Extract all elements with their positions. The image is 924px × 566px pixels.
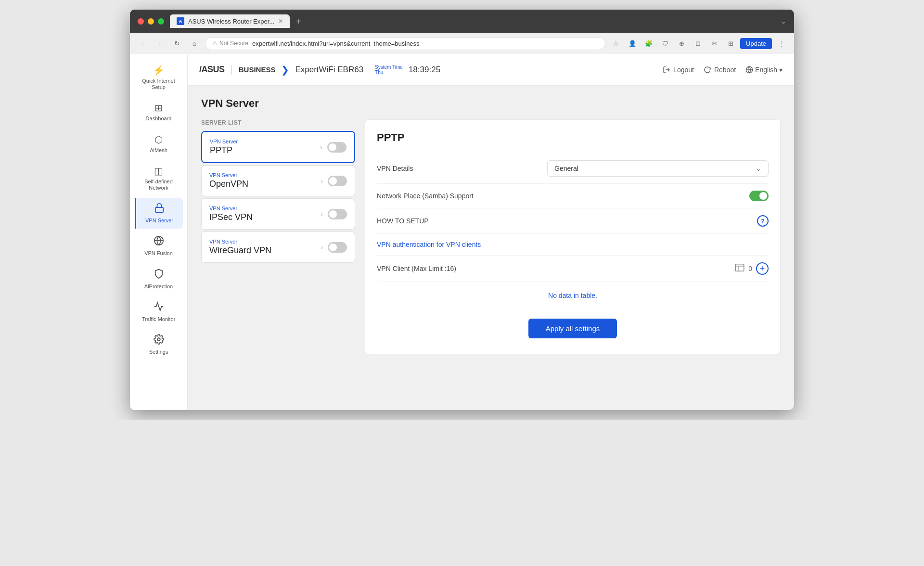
security-warning: ⚠ Not Secure [212,40,248,47]
help-icon[interactable]: ? [757,215,769,227]
sidebar-item-self-defined-network[interactable]: ◫ Self-defined Network [135,160,183,196]
sidebar-label-vpn-server: VPN Server [145,218,173,224]
sidebar-item-vpn-fusion[interactable]: VPN Fusion [135,231,183,261]
browser-menu-btn[interactable]: ⌄ [781,17,786,25]
new-tab-btn[interactable]: + [294,16,303,27]
vpn-auth-link[interactable]: VPN authentication for VPN clients [377,241,769,248]
self-defined-network-icon: ◫ [154,165,163,177]
pptp-toggle-slider [327,142,346,153]
ipsec-sublabel: VPN Server [209,206,321,211]
server-item-pptp[interactable]: VPN Server PPTP › [201,131,355,163]
sidebar-toggle-btn[interactable]: ⊞ [724,37,737,50]
wireguard-toggle[interactable] [328,242,347,253]
maximize-window-btn[interactable] [158,18,164,25]
home-btn[interactable]: ⌂ [188,37,201,50]
vpn-details-row: VPN Details General ⌄ [377,154,769,184]
pptp-name: PPTP [210,145,320,155]
apply-all-settings-btn[interactable]: Apply all settings [528,319,617,338]
screenshot-btn[interactable]: ✄ [707,37,721,50]
language-selector[interactable]: English ▾ [745,66,783,74]
url-text: expertwifi.net/index.html?url=vpns&curre… [252,40,420,47]
sidebar-label-traffic-monitor: Traffic Monitor [142,316,176,322]
asus-logo: /ASUS [199,64,225,75]
extensions-btn[interactable]: 🧩 [642,37,655,50]
shield-btn[interactable]: 🛡 [658,37,672,50]
profile-btn[interactable]: 👤 [626,37,639,50]
empty-table-message: No data in table. [377,282,769,309]
main-content: /ASUS | BUSINESS ❯ ExpertWiFi EBR63 Syst… [188,54,794,410]
detail-panel: PPTP VPN Details General ⌄ [365,119,781,354]
wireguard-info: VPN Server WireGuard VPN [209,239,321,256]
pptp-sublabel: VPN Server [210,139,320,144]
tab-title: ASUS Wireless Router Exper... [188,18,274,25]
pptp-info: VPN Server PPTP [210,139,320,155]
ipsec-chevron-icon: › [321,210,323,218]
active-tab[interactable]: A ASUS Wireless Router Exper... ✕ [170,14,290,28]
sidebar-item-settings[interactable]: Settings [135,329,183,360]
server-list-header: SERVER LIST [201,119,355,126]
svg-rect-7 [735,264,744,271]
page-body: VPN Server SERVER LIST VPN Server PPTP [188,86,794,410]
pptp-chevron-icon: › [320,143,322,151]
header-brand: /ASUS | BUSINESS ❯ ExpertWiFi EBR63 Syst… [199,64,440,76]
vpn-details-dropdown[interactable]: General ⌄ [547,160,769,177]
refresh-btn[interactable]: ↻ [170,37,184,50]
close-window-btn[interactable] [138,18,144,25]
header-actions: Logout Reboot English ▾ [663,66,783,74]
lang-dropdown-icon: ▾ [779,66,783,74]
sidebar-item-aiprotection[interactable]: AiProtection [135,264,183,295]
server-item-openvpn[interactable]: VPN Server OpenVPN › [201,165,355,196]
network-place-toggle-slider [749,191,769,201]
server-item-ipsec[interactable]: VPN Server IPSec VPN › [201,198,355,230]
sidebar: ⚡ Quick Internet Setup ⊞ Dashboard ⬡ AiM… [130,54,188,410]
time-block: System Time Thu 18:39:25 [375,64,440,75]
sidebar-item-vpn-server[interactable]: VPN Server [135,198,183,229]
pptp-toggle[interactable] [327,142,346,153]
openvpn-toggle-slider [328,176,347,186]
client-actions: 0 + [735,262,769,275]
ipsec-toggle[interactable] [328,209,347,219]
sidebar-label-aiprotection: AiProtection [144,283,173,290]
dropdown-chevron-icon: ⌄ [756,165,761,172]
server-item-wireguard[interactable]: VPN Server WireGuard VPN › [201,232,355,263]
sidebar-item-traffic-monitor[interactable]: Traffic Monitor [135,296,183,327]
back-btn[interactable]: ‹ [136,37,149,50]
openvpn-name: OpenVPN [209,179,321,189]
vpn-fusion-icon [154,235,164,248]
sidebar-item-aimesh[interactable]: ⬡ AiMesh [135,129,183,158]
day-label: Thu [375,70,403,75]
ipsec-info: VPN Server IPSec VPN [209,206,321,222]
sidebar-label-dashboard: Dashboard [146,116,172,122]
sidebar-item-dashboard[interactable]: ⊞ Dashboard [135,97,183,127]
openvpn-info: VPN Server OpenVPN [209,172,321,189]
translate-btn[interactable]: ⊕ [675,37,688,50]
page-title: VPN Server [201,97,781,110]
app-header: /ASUS | BUSINESS ❯ ExpertWiFi EBR63 Syst… [188,54,794,86]
openvpn-toggle[interactable] [328,176,347,186]
sidebar-item-quick-internet-setup[interactable]: ⚡ Quick Internet Setup [135,60,183,95]
wireguard-chevron-icon: › [321,244,323,251]
warning-icon: ⚠ [212,40,218,47]
address-bar[interactable]: ⚠ Not Secure expertwifi.net/index.html?u… [205,37,605,50]
tab-close-btn[interactable]: ✕ [278,18,283,25]
brand-business: BUSINESS [239,65,276,74]
add-client-btn[interactable]: + [756,262,769,275]
minimize-window-btn[interactable] [148,18,154,25]
update-btn[interactable]: Update [740,38,772,49]
dashboard-icon: ⊞ [154,102,163,114]
network-place-row: Network Place (Samba) Support [377,184,769,208]
menu-btn[interactable]: ⋮ [775,37,788,50]
forward-btn[interactable]: › [153,37,167,50]
browser-tabs: A ASUS Wireless Router Exper... ✕ + [170,14,775,28]
svg-point-3 [157,338,160,341]
sidebar-label-aimesh: AiMesh [150,147,167,154]
logout-btn[interactable]: Logout [663,66,694,74]
time-inner: System Time Thu [375,64,403,75]
pip-btn[interactable]: ⊡ [691,37,705,50]
svg-rect-0 [155,207,164,212]
reboot-btn[interactable]: Reboot [704,66,736,74]
bookmark-btn[interactable]: ☆ [609,37,623,50]
openvpn-sublabel: VPN Server [209,172,321,178]
network-place-toggle[interactable] [749,191,769,201]
wireguard-name: WireGuard VPN [209,245,321,256]
